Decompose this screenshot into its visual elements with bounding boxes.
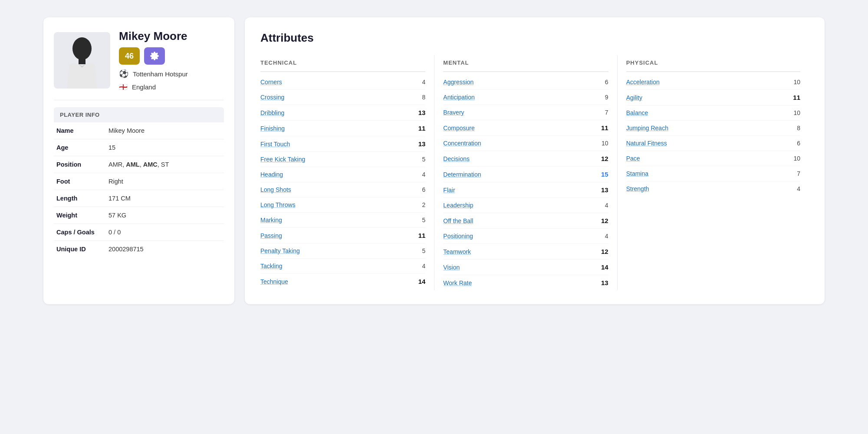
- player-info-header: Mikey Moore 46 ⚽ Tottenham Hotspur 🏴: [119, 30, 188, 91]
- attr-name[interactable]: Strength: [626, 185, 649, 192]
- attr-value: 6: [415, 186, 425, 193]
- info-table: NameMikey MooreAge15PositionAMR, AML, AM…: [54, 122, 224, 257]
- attr-name[interactable]: Teamwork: [443, 248, 471, 255]
- attr-name[interactable]: Penalty Taking: [260, 247, 300, 254]
- attr-value: 4: [415, 79, 425, 85]
- svg-point-0: [72, 37, 92, 60]
- attr-name[interactable]: Technique: [260, 278, 288, 285]
- attr-name[interactable]: Free Kick Taking: [260, 156, 305, 163]
- attr-name[interactable]: Bravery: [443, 109, 464, 116]
- nation-name: England: [132, 83, 156, 91]
- attr-value: 10: [790, 155, 800, 162]
- attr-value: 7: [790, 170, 800, 177]
- attr-name[interactable]: Long Throws: [260, 201, 296, 208]
- attr-name[interactable]: Corners: [260, 79, 282, 85]
- info-value: AMR, AML, AMC, ST: [106, 156, 224, 173]
- attr-name[interactable]: Decisions: [443, 155, 470, 162]
- attr-name[interactable]: Positioning: [443, 233, 473, 240]
- info-value: 15: [106, 139, 224, 156]
- attr-name[interactable]: Vision: [443, 264, 460, 271]
- attr-row: Teamwork12: [443, 244, 608, 260]
- attr-value: 11: [415, 232, 425, 239]
- info-value: Mikey Moore: [106, 122, 224, 139]
- attr-name[interactable]: Marking: [260, 217, 282, 224]
- attr-name[interactable]: Agility: [626, 94, 642, 101]
- attr-name[interactable]: Dribbling: [260, 109, 284, 116]
- info-value: 171 CM: [106, 190, 224, 207]
- attr-name[interactable]: Stamina: [626, 170, 648, 177]
- attr-name[interactable]: Crossing: [260, 94, 284, 101]
- attr-row: Dribbling13: [260, 105, 425, 121]
- attr-name[interactable]: Flair: [443, 187, 455, 194]
- attr-name[interactable]: Long Shots: [260, 186, 291, 193]
- mental-header: MENTAL: [443, 55, 608, 72]
- attr-value: 8: [415, 94, 425, 101]
- attributes-grid: TECHNICAL Corners4Crossing8Dribbling13Fi…: [260, 55, 809, 290]
- player-header: Mikey Moore 46 ⚽ Tottenham Hotspur 🏴: [54, 30, 224, 91]
- club-icon: ⚽: [119, 69, 128, 79]
- attr-value: 6: [598, 79, 608, 85]
- attr-name[interactable]: Finishing: [260, 125, 285, 132]
- attr-name[interactable]: Heading: [260, 171, 283, 178]
- mental-column: MENTAL Aggression6Anticipation9Bravery7C…: [443, 55, 617, 290]
- info-row: Caps / Goals0 / 0: [54, 224, 224, 241]
- attr-row: Penalty Taking5: [260, 243, 425, 259]
- attr-row: Vision14: [443, 260, 608, 275]
- attr-row: Work Rate13: [443, 275, 608, 290]
- attr-name[interactable]: Pace: [626, 155, 640, 162]
- info-label: Length: [54, 190, 106, 207]
- attr-row: Corners4: [260, 75, 425, 90]
- gear-badge[interactable]: [144, 47, 165, 65]
- attr-row: Jumping Reach8: [626, 121, 800, 136]
- info-row: PositionAMR, AML, AMC, ST: [54, 156, 224, 173]
- right-panel: Attributes TECHNICAL Corners4Crossing8Dr…: [245, 17, 825, 304]
- attr-value: 11: [598, 124, 608, 132]
- info-row: FootRight: [54, 173, 224, 190]
- technical-header: TECHNICAL: [260, 55, 425, 72]
- attr-row: Leadership4: [443, 198, 608, 213]
- left-panel: Mikey Moore 46 ⚽ Tottenham Hotspur 🏴: [43, 17, 234, 304]
- attr-row: Agility11: [626, 90, 800, 105]
- attr-name[interactable]: Jumping Reach: [626, 125, 668, 132]
- info-label: Unique ID: [54, 241, 106, 258]
- attr-row: Marking5: [260, 213, 425, 228]
- attr-value: 7: [598, 109, 608, 116]
- player-avatar: [54, 32, 110, 89]
- attr-row: Strength4: [626, 181, 800, 196]
- attr-row: Stamina7: [626, 166, 800, 181]
- attr-name[interactable]: Composure: [443, 125, 474, 132]
- attr-value: 4: [598, 233, 608, 240]
- attr-name[interactable]: Balance: [626, 109, 648, 116]
- attr-name[interactable]: Anticipation: [443, 94, 474, 101]
- attr-value: 9: [598, 94, 608, 101]
- attr-name[interactable]: Passing: [260, 232, 282, 239]
- attr-value: 4: [790, 185, 800, 192]
- info-label: Foot: [54, 173, 106, 190]
- info-value: 57 KG: [106, 207, 224, 224]
- attr-name[interactable]: Determination: [443, 171, 481, 178]
- attr-value: 4: [415, 171, 425, 178]
- attr-name[interactable]: Off the Ball: [443, 217, 473, 224]
- attr-name[interactable]: Tackling: [260, 263, 283, 270]
- info-label: Position: [54, 156, 106, 173]
- attr-name[interactable]: Leadership: [443, 202, 473, 209]
- svg-rect-1: [79, 59, 85, 64]
- player-name: Mikey Moore: [119, 30, 188, 43]
- attr-row: Crossing8: [260, 90, 425, 105]
- attr-name[interactable]: Work Rate: [443, 279, 472, 286]
- attr-value: 5: [415, 217, 425, 224]
- attr-name[interactable]: Aggression: [443, 79, 473, 85]
- attr-name[interactable]: Natural Fitness: [626, 140, 667, 147]
- physical-header: PHYSICAL: [626, 55, 800, 72]
- attr-name[interactable]: Concentration: [443, 140, 481, 147]
- attr-value: 4: [598, 202, 608, 209]
- physical-column: PHYSICAL Acceleration10Agility11Balance1…: [626, 55, 809, 290]
- rating-badge: 46: [119, 47, 140, 65]
- info-label: Age: [54, 139, 106, 156]
- attr-name[interactable]: First Touch: [260, 141, 290, 148]
- attr-row: Long Shots6: [260, 182, 425, 197]
- attr-value: 6: [790, 140, 800, 147]
- attr-name[interactable]: Acceleration: [626, 79, 660, 85]
- attr-row: First Touch13: [260, 136, 425, 152]
- attr-value: 12: [598, 248, 608, 255]
